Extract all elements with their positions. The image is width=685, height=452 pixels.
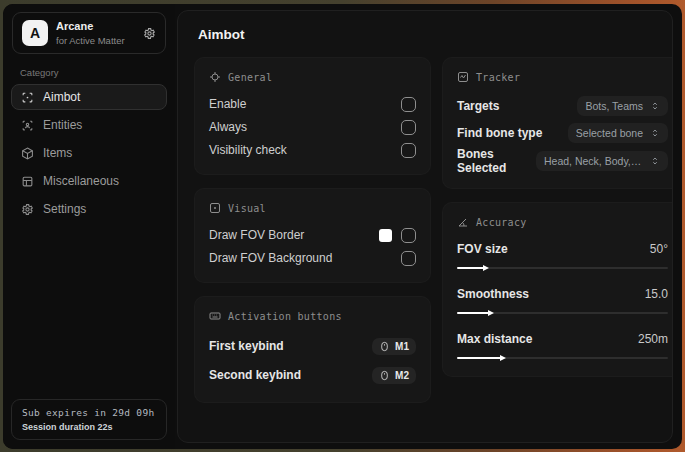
section-title: Accuracy <box>476 217 527 228</box>
slider-value: 15.0 <box>645 287 668 301</box>
visibility-check-checkbox[interactable] <box>401 143 416 158</box>
app-name: Arcane <box>56 20 125 33</box>
sub-expiry-text: Sub expires in 29d 09h <box>22 407 156 418</box>
right-column: Tracker Targets Bots, Teams <box>442 57 673 390</box>
visual-section-header: Visual <box>209 202 416 214</box>
keyboard-icon <box>209 310 221 322</box>
category-label: Category <box>20 67 175 78</box>
mouse-icon <box>379 341 390 352</box>
setting-row-draw-fov-border: Draw FOV Border <box>209 224 416 246</box>
setting-label: Smoothness <box>457 287 529 301</box>
setting-label: Always <box>209 120 247 134</box>
setting-row-draw-fov-background: Draw FOV Background <box>209 247 416 269</box>
slider-value: 50° <box>650 242 668 256</box>
keybind-value: M1 <box>395 341 409 352</box>
mouse-icon <box>379 370 390 381</box>
setting-row-second-keybind: Second keybind M2 <box>209 361 416 389</box>
accuracy-card: Accuracy FOV size 50° <box>442 202 673 377</box>
setting-row-fov-size: FOV size 50° <box>457 238 668 271</box>
main-panel: Aimbot General Enable <box>177 10 673 443</box>
brand-text: Arcane for Active Matter <box>56 20 125 46</box>
radar-box-icon <box>457 71 469 83</box>
activation-section-header: Activation buttons <box>209 310 416 322</box>
select-arrows-icon <box>650 128 660 138</box>
setting-label: Enable <box>209 97 246 111</box>
general-card: General Enable Always Visibility check <box>194 57 431 175</box>
setting-label: Draw FOV Background <box>209 251 332 265</box>
setting-row-bones-selected: Bones Selected Head, Neck, Body, Pe... <box>457 147 668 175</box>
setting-label: FOV size <box>457 242 508 256</box>
crosshair-icon <box>209 71 221 83</box>
setting-row-always: Always <box>209 116 416 138</box>
first-keybind-button[interactable]: M1 <box>372 338 416 355</box>
setting-label: Find bone type <box>457 126 542 140</box>
session-duration-text: Session duration 22s <box>22 422 156 432</box>
eye-box-icon <box>209 202 221 214</box>
setting-label: Max distance <box>457 332 532 346</box>
setting-row-visibility-check: Visibility check <box>209 139 416 161</box>
angle-icon <box>457 216 469 228</box>
app-logo: A <box>22 20 48 46</box>
draw-fov-border-checkbox[interactable] <box>401 228 416 243</box>
setting-row-enable: Enable <box>209 93 416 115</box>
session-info-box: Sub expires in 29d 09h Session duration … <box>11 399 167 440</box>
crosshair-scan-icon <box>21 91 34 104</box>
max-distance-slider[interactable] <box>457 355 668 361</box>
accuracy-section-header: Accuracy <box>457 216 668 228</box>
always-checkbox[interactable] <box>401 120 416 135</box>
brand-card: A Arcane for Active Matter <box>12 12 166 54</box>
color-swatch[interactable] <box>379 229 392 242</box>
dropdown-value: Selected bone <box>576 127 643 139</box>
tracker-card: Tracker Targets Bots, Teams <box>442 57 673 189</box>
sidebar-item-settings[interactable]: Settings <box>11 196 167 222</box>
setting-label: Targets <box>457 99 499 113</box>
setting-label: Draw FOV Border <box>209 228 304 242</box>
section-title: Activation buttons <box>228 311 342 322</box>
section-title: Tracker <box>476 72 520 83</box>
enable-checkbox[interactable] <box>401 97 416 112</box>
sidebar-item-label: Items <box>43 146 72 160</box>
activation-card: Activation buttons First keybind M1 <box>194 296 431 403</box>
left-column: General Enable Always Visibility check <box>194 57 431 416</box>
setting-label: Second keybind <box>209 368 301 382</box>
sidebar-item-entities[interactable]: Entities <box>11 112 167 138</box>
setting-row-max-distance: Max distance 250m <box>457 328 668 361</box>
sidebar-item-aimbot[interactable]: Aimbot <box>11 84 167 110</box>
targets-dropdown[interactable]: Bots, Teams <box>577 96 668 116</box>
select-arrows-icon <box>650 101 660 111</box>
gear-icon <box>21 203 34 216</box>
sidebar-item-label: Aimbot <box>43 90 80 104</box>
fov-size-slider[interactable] <box>457 265 668 271</box>
section-title: General <box>228 72 272 83</box>
setting-row-first-keybind: First keybind M1 <box>209 332 416 360</box>
sidebar-item-label: Settings <box>43 202 86 216</box>
app-window: A Arcane for Active Matter Category Aimb… <box>3 4 682 449</box>
sidebar-item-items[interactable]: Items <box>11 140 167 166</box>
setting-row-find-bone-type: Find bone type Selected bone <box>457 120 668 146</box>
setting-row-smoothness: Smoothness 15.0 <box>457 283 668 316</box>
keybind-value: M2 <box>395 370 409 381</box>
dropdown-value: Head, Neck, Body, Pe... <box>544 155 643 167</box>
gear-icon[interactable] <box>143 27 156 40</box>
select-arrows-icon <box>650 156 660 166</box>
page-title: Aimbot <box>198 27 658 42</box>
sidebar-item-label: Entities <box>43 118 82 132</box>
visual-card: Visual Draw FOV Border Draw FOV Backgrou… <box>194 188 431 283</box>
panel-icon <box>21 175 34 188</box>
slider-fill <box>457 357 501 359</box>
sidebar-nav: Aimbot Entities Items <box>11 84 167 224</box>
second-keybind-button[interactable]: M2 <box>372 367 416 384</box>
sidebar-item-miscellaneous[interactable]: Miscellaneous <box>11 168 167 194</box>
smoothness-slider[interactable] <box>457 310 668 316</box>
find-bone-type-dropdown[interactable]: Selected bone <box>568 123 668 143</box>
sidebar: A Arcane for Active Matter Category Aimb… <box>3 4 175 449</box>
tracker-section-header: Tracker <box>457 71 668 83</box>
general-section-header: General <box>209 71 416 83</box>
bones-selected-dropdown[interactable]: Head, Neck, Body, Pe... <box>536 151 668 171</box>
app-subtitle: for Active Matter <box>56 35 125 46</box>
slider-fill <box>457 312 489 314</box>
section-title: Visual <box>228 203 266 214</box>
setting-label: First keybind <box>209 339 284 353</box>
draw-fov-background-checkbox[interactable] <box>401 251 416 266</box>
cube-icon <box>21 147 34 160</box>
